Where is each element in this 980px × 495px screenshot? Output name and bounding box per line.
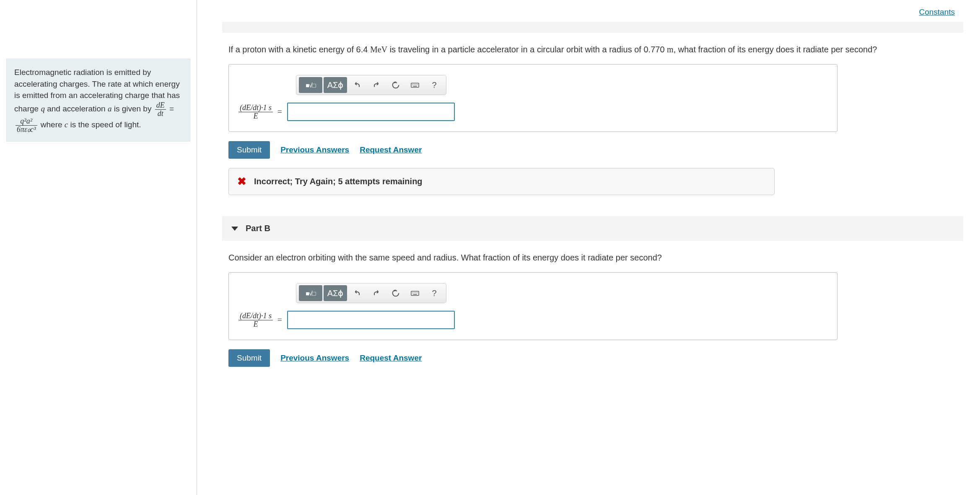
left-panel: Electromagnetic radiation is emitted by …	[0, 0, 197, 495]
constants-link[interactable]: Constants	[919, 8, 955, 16]
part-b-actions: Submit Previous Answers Request Answer	[228, 349, 963, 367]
reset-button-b[interactable]	[386, 285, 405, 301]
answer-toolbar-b: ■√□ ΑΣϕ ?	[296, 283, 446, 303]
problem-intro-box: Electromagnetic radiation is emitted by …	[6, 59, 190, 142]
fraction-dE-dt: dEdt	[155, 101, 166, 118]
part-b-answer-box: ■√□ ΑΣϕ ? (dE/dt)·1 sE	[228, 272, 837, 340]
templates-button-b[interactable]: ■√□	[299, 285, 322, 301]
intro-text-3: is given by	[111, 104, 153, 113]
part-a-question: If a proton with a kinetic energy of 6.4…	[228, 43, 957, 56]
right-panel: Constants If a proton with a kinetic ene…	[197, 0, 980, 495]
equals-sign: =	[167, 104, 174, 113]
feedback-box: ✖ Incorrect; Try Again; 5 attempts remai…	[228, 168, 775, 195]
var-a: a	[108, 104, 112, 113]
section-divider	[222, 22, 963, 33]
help-button-b[interactable]: ?	[425, 285, 443, 301]
keyboard-button[interactable]	[406, 77, 424, 93]
intro-text-5: is the speed of light.	[68, 121, 141, 129]
request-answer-link-a[interactable]: Request Answer	[360, 145, 422, 155]
help-button[interactable]: ?	[425, 77, 443, 93]
fraction-formula: q²a²6πε₀c³	[16, 117, 37, 134]
undo-button-b[interactable]	[348, 285, 366, 301]
intro-text-2: and acceleration	[45, 104, 108, 113]
answer-toolbar-a: ■√□ ΑΣϕ ?	[296, 75, 446, 95]
part-a-actions: Submit Previous Answers Request Answer	[228, 141, 963, 159]
request-answer-link-b[interactable]: Request Answer	[360, 353, 422, 363]
feedback-text: Incorrect; Try Again; 5 attempts remaini…	[254, 177, 423, 186]
reset-icon	[391, 80, 400, 90]
greek-letters-button-b[interactable]: ΑΣϕ	[324, 285, 347, 301]
answer-input-a[interactable]	[287, 103, 455, 121]
answer-input-b[interactable]	[287, 311, 455, 329]
part-b-label: Part B	[246, 224, 270, 233]
redo-button-b[interactable]	[367, 285, 386, 301]
var-q: q	[41, 104, 45, 113]
undo-icon	[353, 80, 362, 90]
svg-rect-0	[411, 83, 419, 87]
redo-icon	[372, 80, 381, 90]
redo-icon	[372, 289, 381, 298]
undo-button[interactable]	[348, 77, 366, 93]
incorrect-icon: ✖	[237, 175, 246, 188]
greek-letters-button[interactable]: ΑΣϕ	[324, 77, 347, 93]
var-c: c	[65, 121, 68, 129]
reset-icon	[391, 289, 400, 298]
chevron-down-icon	[231, 227, 238, 231]
svg-rect-6	[411, 291, 419, 295]
part-b-question: Consider an electron orbiting with the s…	[228, 251, 957, 264]
templates-button[interactable]: ■√□	[299, 77, 322, 93]
reset-button[interactable]	[386, 77, 405, 93]
keyboard-icon	[410, 80, 420, 90]
previous-answers-link-a[interactable]: Previous Answers	[280, 145, 349, 155]
keyboard-button-b[interactable]	[406, 285, 424, 301]
undo-icon	[353, 289, 362, 298]
keyboard-icon	[410, 289, 420, 298]
intro-text-4: where	[39, 121, 65, 129]
part-b-header[interactable]: Part B	[222, 216, 963, 241]
redo-button[interactable]	[367, 77, 386, 93]
part-a-answer-box: ■√□ ΑΣϕ ? (dE/dt)·1 sE	[228, 64, 837, 132]
submit-button-a[interactable]: Submit	[228, 141, 270, 159]
lhs-expression-b: (dE/dt)·1 sE =	[237, 312, 282, 328]
lhs-expression-a: (dE/dt)·1 sE =	[237, 104, 282, 120]
previous-answers-link-b[interactable]: Previous Answers	[280, 353, 349, 363]
submit-button-b[interactable]: Submit	[228, 349, 270, 367]
